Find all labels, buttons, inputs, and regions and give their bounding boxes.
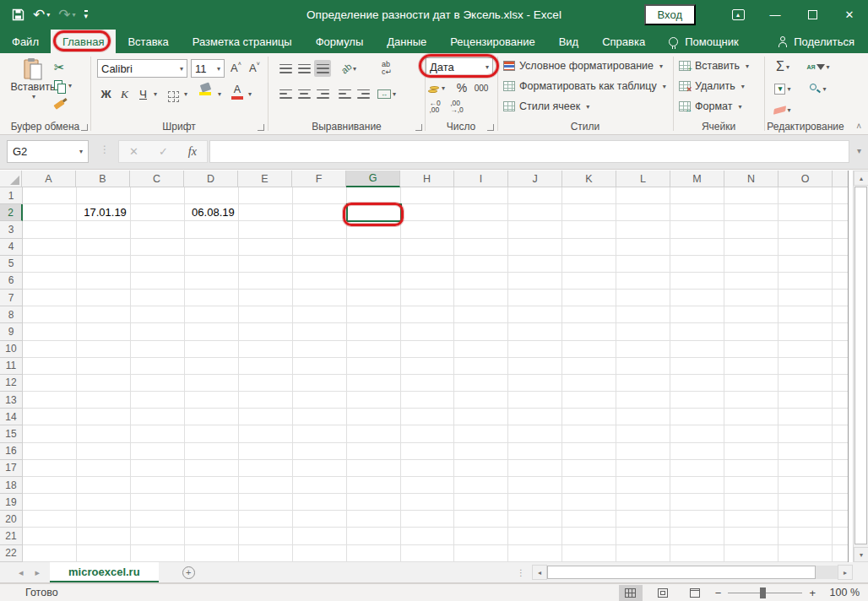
collapse-ribbon-button[interactable]: ˄ [856, 122, 861, 131]
autosum-button[interactable]: Σ▾ [770, 58, 795, 75]
scroll-right-button[interactable]: ▸ [838, 565, 853, 580]
cell-L15[interactable] [616, 425, 670, 442]
cell-I10[interactable] [454, 341, 508, 358]
name-box[interactable]: G2▾ [7, 140, 89, 163]
cell-D6[interactable] [185, 273, 239, 290]
cell-partial-17[interactable] [833, 460, 848, 477]
cell-L2[interactable] [616, 204, 670, 221]
cell-O16[interactable] [778, 443, 833, 460]
cell-F16[interactable] [293, 443, 347, 460]
cell-B19[interactable] [77, 494, 131, 511]
column-header-K[interactable]: K [562, 171, 616, 187]
cell-L7[interactable] [616, 290, 670, 306]
cell-J20[interactable] [508, 511, 562, 528]
cell-N13[interactable] [724, 392, 778, 409]
cell-partial-1[interactable] [833, 187, 848, 204]
cell-D9[interactable] [185, 323, 239, 340]
cell-N1[interactable] [724, 187, 778, 204]
cell-J16[interactable] [508, 443, 562, 460]
increase-indent-button[interactable] [355, 85, 372, 102]
font-size-combo[interactable]: 11▾ [191, 59, 225, 78]
close-button[interactable]: ✕ [831, 0, 868, 30]
tab-formulas[interactable]: Формулы [304, 30, 376, 53]
cell-J4[interactable] [508, 239, 562, 256]
cell-E16[interactable] [239, 443, 293, 460]
cell-N4[interactable] [724, 239, 778, 256]
row-header-13[interactable]: 13 [0, 392, 23, 409]
cell-D22[interactable] [185, 545, 239, 562]
expand-formula-bar-button[interactable]: ▾ [857, 146, 861, 155]
cell-L11[interactable] [616, 358, 670, 375]
orientation-button[interactable]: ab▾ [339, 60, 358, 77]
cell-partial-22[interactable] [833, 545, 848, 562]
cell-H2[interactable] [401, 204, 455, 221]
cell-partial-3[interactable] [833, 221, 848, 238]
cell-M15[interactable] [670, 425, 724, 442]
cell-M17[interactable] [670, 460, 724, 477]
find-select-button[interactable]: ▾ [804, 80, 833, 97]
cell-B18[interactable] [77, 477, 131, 494]
tab-help[interactable]: Справка [590, 30, 657, 53]
cell-A21[interactable] [23, 528, 77, 544]
cell-G16[interactable] [347, 443, 401, 460]
cell-B5[interactable] [77, 256, 131, 273]
cell-C8[interactable] [131, 306, 185, 323]
cell-H16[interactable] [401, 443, 455, 460]
cell-K1[interactable] [562, 187, 616, 204]
cell-K14[interactable] [562, 409, 616, 425]
cell-O8[interactable] [778, 306, 833, 323]
row-header-22[interactable]: 22 [0, 545, 23, 562]
cell-B7[interactable] [77, 290, 131, 306]
row-header-14[interactable]: 14 [0, 409, 23, 425]
cell-J18[interactable] [508, 477, 562, 494]
cell-J22[interactable] [508, 545, 562, 562]
cell-N20[interactable] [724, 511, 778, 528]
cell-H17[interactable] [401, 460, 455, 477]
cell-C19[interactable] [131, 494, 185, 511]
cell-partial-11[interactable] [833, 358, 848, 375]
horizontal-scroll-track[interactable] [816, 566, 838, 579]
cell-M4[interactable] [670, 239, 724, 256]
cell-partial-13[interactable] [833, 392, 848, 409]
cell-M11[interactable] [670, 358, 724, 375]
cell-partial-20[interactable] [833, 511, 848, 528]
cell-F18[interactable] [293, 477, 347, 494]
cell-J13[interactable] [508, 392, 562, 409]
cell-I13[interactable] [454, 392, 508, 409]
cell-F4[interactable] [293, 239, 347, 256]
cell-D5[interactable] [185, 256, 239, 273]
wrap-text-button[interactable]: abc↵ [377, 58, 397, 79]
cell-K5[interactable] [562, 256, 616, 273]
cell-D20[interactable] [185, 511, 239, 528]
cell-L16[interactable] [616, 443, 670, 460]
cell-B9[interactable] [77, 323, 131, 340]
cell-O18[interactable] [778, 477, 833, 494]
column-header-J[interactable]: J [508, 171, 562, 187]
cell-L19[interactable] [616, 494, 670, 511]
clear-button[interactable]: ▾ [770, 102, 795, 117]
column-header-L[interactable]: L [616, 171, 670, 187]
cell-O12[interactable] [778, 375, 833, 392]
cell-F19[interactable] [293, 494, 347, 511]
align-middle-button[interactable] [296, 60, 312, 77]
row-header-12[interactable]: 12 [0, 375, 23, 392]
cell-I14[interactable] [454, 409, 508, 425]
cell-L22[interactable] [616, 545, 670, 562]
cell-M10[interactable] [670, 341, 724, 358]
cell-N21[interactable] [724, 528, 778, 544]
comma-style-button[interactable]: 000 [471, 80, 491, 95]
cell-F8[interactable] [293, 306, 347, 323]
cell-N6[interactable] [724, 273, 778, 290]
formula-input[interactable] [209, 140, 849, 163]
underline-button[interactable]: Ч [135, 85, 151, 103]
cell-F1[interactable] [293, 187, 347, 204]
insert-function-button[interactable]: fx [188, 145, 197, 159]
cell-J8[interactable] [508, 306, 562, 323]
cell-B21[interactable] [77, 528, 131, 544]
cell-J14[interactable] [508, 409, 562, 425]
cell-H13[interactable] [401, 392, 455, 409]
cell-I15[interactable] [454, 425, 508, 442]
maximize-button[interactable] [794, 0, 831, 30]
share-button[interactable]: Поделиться [764, 30, 868, 53]
scroll-down-button[interactable]: ▾ [854, 547, 868, 562]
